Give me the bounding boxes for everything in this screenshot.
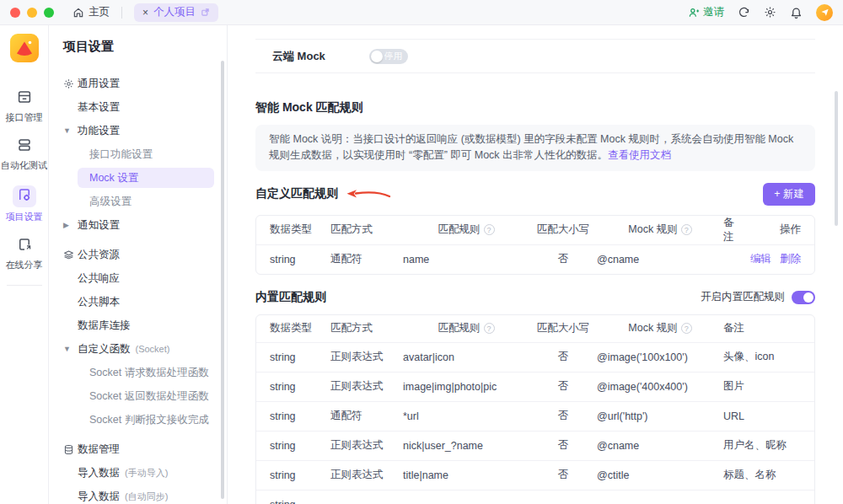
cell-note: 标题、名称 bbox=[723, 468, 801, 482]
edit-link[interactable]: 编辑 bbox=[750, 252, 771, 266]
sidebar-item-database-connections[interactable]: 数据库连接 bbox=[49, 314, 227, 337]
rail-divider bbox=[7, 285, 42, 286]
sidebar-group-notification-settings[interactable]: ▶ 通知设置 bbox=[49, 213, 227, 237]
minimize-window-button[interactable] bbox=[27, 8, 37, 18]
sidebar-item-general-settings[interactable]: 通用设置 bbox=[49, 72, 227, 95]
sidebar-item-import-data-manual[interactable]: 导入数据 (手动导入) bbox=[49, 461, 227, 485]
rail-item-label: 接口管理 bbox=[6, 111, 43, 124]
rail-item-label: 项目设置 bbox=[6, 211, 43, 223]
cell-note: 头像、icon bbox=[723, 350, 801, 364]
tab-close-icon[interactable]: × bbox=[142, 8, 148, 18]
sidebar-item-label: 数据库连接 bbox=[78, 319, 131, 333]
smart-mock-section-title: 智能 Mock 匹配规则 bbox=[255, 100, 815, 115]
invite-button[interactable]: 邀请 bbox=[688, 5, 724, 19]
sidebar-group-feature-settings[interactable]: ▼ 功能设置 bbox=[49, 119, 227, 142]
help-icon[interactable]: ? bbox=[681, 323, 692, 334]
col-header-match-method: 匹配方式 bbox=[330, 321, 403, 335]
sidebar-item-shared-resources[interactable]: 公共资源 bbox=[49, 243, 227, 266]
refresh-icon[interactable] bbox=[738, 6, 750, 19]
main-scrollbar[interactable] bbox=[835, 91, 838, 226]
sidebar-item-import-data-auto[interactable]: 导入数据 (自动同步) bbox=[49, 485, 227, 504]
cell-match-rule: nick|user_?name bbox=[403, 440, 529, 452]
cell-match-rule: image|img|photo|pic bbox=[403, 381, 529, 393]
cell-match-method: 正则表达式 bbox=[330, 350, 403, 364]
maximize-window-button[interactable] bbox=[44, 8, 54, 18]
caret-down-icon[interactable]: ▼ bbox=[63, 127, 78, 135]
sidebar-group-custom-functions[interactable]: ▼ 自定义函数 (Socket) bbox=[49, 337, 227, 361]
rail-item-online-share[interactable]: 在线分享 bbox=[6, 237, 43, 271]
table-row: string 正则表达式 avatar|icon 否 @image('100x1… bbox=[256, 342, 814, 372]
sidebar-item-basic-settings[interactable]: 基本设置 bbox=[49, 95, 227, 119]
sidebar-item-label: 接口功能设置 bbox=[89, 147, 153, 162]
cell-mock-rule: @cname bbox=[597, 254, 723, 265]
cell-match-case: 否 bbox=[529, 468, 597, 482]
cell-note: 用户名、昵称 bbox=[723, 438, 801, 453]
new-rule-button[interactable]: + 新建 bbox=[763, 183, 815, 206]
sidebar-item-socket-message-complete[interactable]: Socket 判断报文接收完成 bbox=[78, 408, 214, 432]
sidebar-item-suffix: (自动同步) bbox=[125, 491, 168, 503]
cell-match-method: 正则表达式 bbox=[330, 438, 403, 453]
settings-sidebar-title: 项目设置 bbox=[49, 39, 227, 55]
builtin-rules-title: 内置匹配规则 bbox=[255, 290, 326, 305]
external-link-icon[interactable] bbox=[201, 8, 210, 17]
user-avatar[interactable] bbox=[816, 4, 833, 21]
col-header-match-rule: 匹配规则? bbox=[403, 321, 529, 335]
gear-icon[interactable] bbox=[764, 6, 776, 19]
gear-icon bbox=[63, 78, 78, 89]
sidebar-item-socket-response-function[interactable]: Socket 返回数据处理函数 bbox=[78, 384, 214, 408]
col-header-data-type: 数据类型 bbox=[270, 321, 330, 335]
rail-item-project-settings[interactable]: 项目设置 bbox=[6, 185, 43, 223]
sidebar-scrollbar[interactable] bbox=[221, 61, 224, 499]
cell-note: URL bbox=[723, 410, 801, 422]
caret-right-icon[interactable]: ▶ bbox=[63, 222, 78, 229]
cell-data-type: string bbox=[270, 381, 330, 393]
sidebar-item-label: 基本设置 bbox=[78, 100, 120, 115]
cell-match-method: 正则表达式 bbox=[330, 468, 403, 482]
bell-icon[interactable] bbox=[790, 6, 803, 19]
sidebar-item-shared-responses[interactable]: 公共响应 bbox=[49, 266, 227, 290]
builtin-toggle-label: 开启内置匹配规则 bbox=[701, 290, 785, 304]
table-row: string 正则表达式 title|name 否 @ctitle 标题、名称 bbox=[256, 460, 814, 490]
sidebar-item-socket-request-function[interactable]: Socket 请求数据处理函数 bbox=[78, 361, 214, 384]
sidebar-item-advanced-settings[interactable]: 高级设置 bbox=[78, 190, 214, 213]
col-header-actions: 操作 bbox=[738, 223, 801, 237]
home-button[interactable]: 主页 bbox=[72, 5, 110, 19]
cell-mock-rule: @url('http') bbox=[597, 410, 723, 422]
topbar-divider bbox=[121, 7, 122, 19]
rail-item-api-management[interactable]: 接口管理 bbox=[6, 89, 43, 124]
toggle-knob bbox=[803, 292, 813, 303]
cell-note: 图片 bbox=[723, 379, 801, 394]
cell-mock-rule: @cname bbox=[597, 440, 723, 452]
help-icon[interactable]: ? bbox=[484, 224, 495, 235]
sidebar-item-api-feature-settings[interactable]: 接口功能设置 bbox=[78, 142, 214, 166]
app-logo[interactable] bbox=[10, 34, 39, 62]
settings-sidebar: 项目设置 通用设置 基本设置 ▼ 功能设置 接口功能设置 Mock 设置 高级设… bbox=[49, 25, 228, 504]
close-window-button[interactable] bbox=[10, 8, 20, 18]
tab-personal-project[interactable]: × 个人项目 bbox=[134, 3, 218, 22]
sidebar-item-data-management[interactable]: 数据管理 bbox=[49, 437, 227, 461]
help-icon[interactable]: ? bbox=[484, 323, 495, 334]
builtin-rules-toggle[interactable] bbox=[792, 291, 815, 304]
delete-link[interactable]: 删除 bbox=[780, 252, 801, 266]
home-icon bbox=[72, 7, 84, 19]
caret-down-icon[interactable]: ▼ bbox=[63, 346, 78, 353]
sidebar-item-shared-scripts[interactable]: 公共脚本 bbox=[49, 290, 227, 314]
sidebar-item-label: 功能设置 bbox=[78, 124, 120, 138]
table-header-row: 数据类型 匹配方式 匹配规则? 匹配大小写 Mock 规则? 备注 bbox=[256, 315, 814, 342]
sidebar-item-label: 公共脚本 bbox=[78, 295, 120, 309]
module-rail: 接口管理 自动化测试 项目设置 在线分享 bbox=[0, 25, 49, 504]
topbar-actions: 邀请 bbox=[688, 4, 833, 21]
rail-item-automated-testing[interactable]: 自动化测试 bbox=[1, 137, 47, 172]
tab-label: 个人项目 bbox=[153, 5, 196, 19]
builtin-rules-header: 内置匹配规则 开启内置匹配规则 bbox=[255, 290, 815, 305]
cell-match-case: 否 bbox=[529, 350, 597, 364]
sidebar-item-label: 导入数据 bbox=[78, 466, 120, 480]
project-settings-icon bbox=[13, 185, 36, 207]
sidebar-item-mock-settings[interactable]: Mock 设置 bbox=[78, 168, 214, 188]
help-icon[interactable]: ? bbox=[681, 224, 692, 235]
cloud-mock-toggle[interactable]: 停用 bbox=[369, 49, 408, 64]
cell-data-type: string bbox=[270, 469, 330, 481]
top-bar: 主页 × 个人项目 邀请 bbox=[0, 0, 843, 25]
docs-link[interactable]: 查看使用文档 bbox=[608, 149, 671, 161]
sidebar-item-label: 导入数据 bbox=[78, 490, 120, 504]
